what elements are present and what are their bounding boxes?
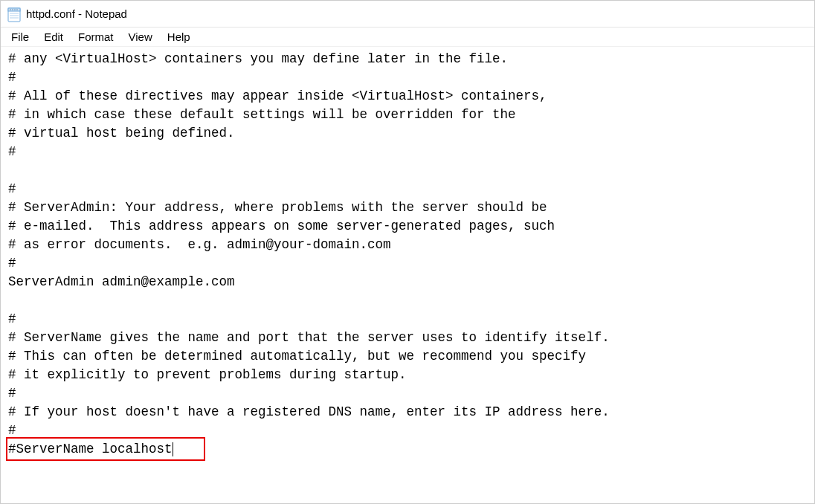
menu-file[interactable]: File (5, 29, 35, 45)
menu-edit[interactable]: Edit (38, 29, 69, 45)
titlebar[interactable]: httpd.conf - Notepad (1, 1, 814, 28)
svg-point-5 (16, 9, 17, 10)
editor-content[interactable]: # any <VirtualHost> containers you may d… (8, 50, 807, 459)
menu-format[interactable]: Format (72, 29, 120, 45)
svg-point-4 (14, 9, 15, 10)
svg-point-3 (12, 9, 13, 10)
window-title: httpd.conf - Notepad (26, 7, 127, 20)
menu-help[interactable]: Help (161, 29, 196, 45)
menubar: File Edit Format View Help (1, 28, 814, 47)
menu-view[interactable]: View (123, 29, 158, 45)
notepad-icon (7, 6, 22, 22)
text-editor[interactable]: # any <VirtualHost> containers you may d… (1, 47, 814, 462)
svg-point-2 (10, 9, 10, 10)
text-caret (173, 442, 173, 456)
